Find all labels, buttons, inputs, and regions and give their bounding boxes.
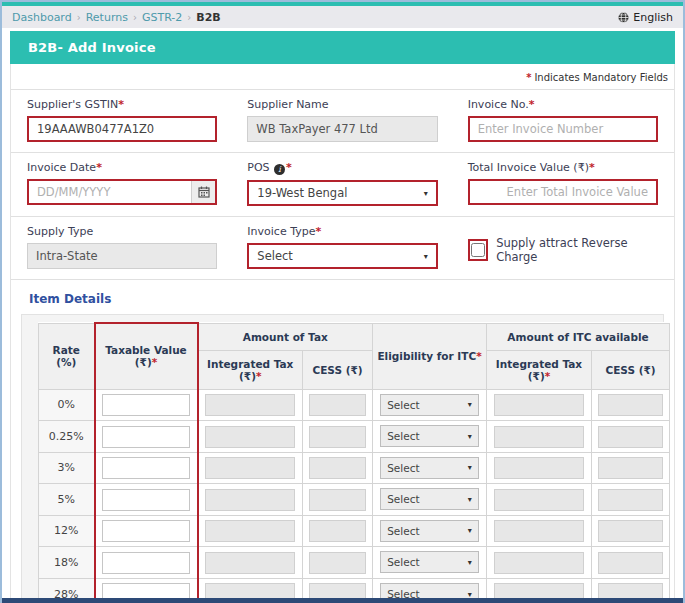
mandatory-dot-icon: *	[526, 72, 531, 83]
breadcrumb-separator: ›	[133, 12, 137, 23]
reverse-charge-label: Supply attract Reverse Charge	[496, 236, 658, 264]
integrated-tax-input	[205, 552, 295, 574]
total-invoice-value-input[interactable]	[470, 181, 656, 203]
rate-row-0: 0% Select▾	[39, 389, 670, 421]
invoice-date-label: Invoice Date*	[27, 161, 217, 174]
mandatory-note-row: *Indicates Mandatory Fields	[11, 64, 674, 89]
invoice-type-field-group: Invoice Type* Select ▾	[247, 223, 437, 269]
itc-cess-input	[598, 394, 663, 416]
itc-integrated-tax-input	[494, 552, 584, 574]
eligibility-select[interactable]: Select▾	[380, 457, 479, 479]
invoice-form: Supplier's GSTIN* Supplier Name WB TaxPa…	[11, 89, 674, 280]
supplier-gstin-field	[27, 116, 217, 142]
b2b-add-invoice-page: Dashboard › Returns › GSTR-2 › B2B Engli…	[0, 0, 685, 603]
rate-label: 5%	[39, 484, 95, 516]
cess-input	[309, 394, 366, 416]
invoice-date-field	[27, 179, 217, 205]
supplier-gstin-label: Supplier's GSTIN*	[27, 98, 217, 111]
language-selector[interactable]: English	[618, 11, 673, 24]
breadcrumb-returns[interactable]: Returns	[86, 11, 128, 24]
reverse-charge-checkbox[interactable]	[471, 243, 485, 257]
integrated-tax-input	[205, 457, 295, 479]
item-details-table: Rate (%) Taxable Value (₹)* Amount of Ta…	[38, 322, 670, 603]
eligibility-select[interactable]: Select▾	[380, 394, 479, 416]
eligibility-select[interactable]: Select▾	[380, 488, 479, 510]
bottom-bar	[2, 598, 683, 603]
item-details-panel: Rate (%) Taxable Value (₹)* Amount of Ta…	[21, 314, 664, 603]
invoice-no-input[interactable]	[470, 118, 656, 140]
taxable-value-input[interactable]	[102, 489, 189, 511]
rate-row-3: 5% Select▾	[39, 484, 670, 516]
page-title: B2B- Add Invoice	[28, 40, 156, 55]
breadcrumb-dashboard[interactable]: Dashboard	[12, 11, 72, 24]
form-row-1: Supplier's GSTIN* Supplier Name WB TaxPa…	[11, 90, 674, 153]
breadcrumb-separator: ›	[187, 12, 191, 23]
itc-cess-input	[598, 552, 663, 574]
col-header-itc-cess: CESS (₹)	[592, 350, 670, 389]
col-header-integrated-tax: Integrated Tax (₹)*	[198, 350, 303, 389]
col-header-cess: CESS (₹)	[303, 350, 373, 389]
pos-label: POS i*	[247, 161, 437, 175]
cess-input	[309, 457, 366, 479]
cess-input	[309, 426, 366, 448]
supplier-gstin-input[interactable]	[29, 118, 215, 140]
calendar-button[interactable]	[191, 181, 215, 203]
taxable-value-input[interactable]	[102, 552, 189, 574]
item-details-heading: Item Details	[29, 292, 674, 306]
rate-row-5: 18% Select▾	[39, 547, 670, 579]
taxable-value-input[interactable]	[102, 426, 189, 448]
dropdown-arrow-icon: ▾	[468, 400, 472, 409]
itc-integrated-tax-input	[494, 489, 584, 511]
integrated-tax-input	[205, 520, 295, 542]
itc-integrated-tax-input	[494, 394, 584, 416]
taxable-value-input[interactable]	[102, 394, 189, 416]
total-invoice-value-field	[468, 179, 658, 205]
integrated-tax-input	[205, 489, 295, 511]
itc-cess-input	[598, 520, 663, 542]
taxable-value-input[interactable]	[102, 457, 189, 479]
supplier-gstin-field-group: Supplier's GSTIN*	[27, 96, 217, 142]
form-panel: *Indicates Mandatory Fields Supplier's G…	[10, 64, 675, 603]
supply-type-field-group: Supply Type Intra-State	[27, 223, 217, 269]
dropdown-arrow-icon: ▾	[424, 252, 428, 261]
supplier-name-field-group: Supplier Name WB TaxPayer 477 Ltd	[247, 96, 437, 142]
page-banner: B2B- Add Invoice	[10, 31, 675, 64]
rate-label: 0%	[39, 389, 95, 421]
col-header-itc-available: Amount of ITC available	[487, 323, 670, 350]
itc-cess-input	[598, 457, 663, 479]
cess-input	[309, 489, 366, 511]
rate-row-4: 12% Select▾	[39, 515, 670, 547]
itc-cess-input	[598, 426, 663, 448]
invoice-no-field-group: Invoice No.*	[468, 96, 658, 142]
invoice-type-select[interactable]: Select ▾	[247, 243, 437, 269]
eligibility-select[interactable]: Select▾	[380, 425, 479, 447]
breadcrumb-gstr2[interactable]: GSTR-2	[142, 11, 182, 24]
supply-type-label: Supply Type	[27, 225, 217, 238]
reverse-charge-field-group: Supply attract Reverse Charge	[468, 223, 658, 269]
breadcrumb-separator: ›	[77, 12, 81, 23]
dropdown-arrow-icon: ▾	[468, 558, 472, 567]
integrated-tax-input	[205, 426, 295, 448]
dropdown-arrow-icon: ▾	[424, 189, 428, 198]
col-header-amount-of-tax: Amount of Tax	[198, 323, 373, 350]
pos-select[interactable]: 19-West Bengal ▾	[247, 180, 437, 206]
cess-input	[309, 520, 366, 542]
rate-label: 18%	[39, 547, 95, 579]
col-header-taxable-value: Taxable Value (₹)*	[95, 323, 198, 389]
eligibility-select[interactable]: Select▾	[380, 520, 479, 542]
supplier-name-label: Supplier Name	[247, 98, 437, 111]
calendar-icon	[198, 186, 210, 198]
rate-row-1: 0.25% Select▾	[39, 421, 670, 453]
eligibility-select[interactable]: Select▾	[380, 551, 479, 573]
taxable-value-input[interactable]	[102, 520, 189, 542]
dropdown-arrow-icon: ▾	[468, 495, 472, 504]
dropdown-arrow-icon: ▾	[468, 526, 472, 535]
dropdown-arrow-icon: ▾	[468, 463, 472, 472]
total-invoice-value-label: Total Invoice Value (₹)*	[468, 161, 658, 174]
invoice-date-input[interactable]	[29, 181, 191, 203]
itc-cess-input	[598, 489, 663, 511]
form-row-2: Invoice Date*	[11, 153, 674, 217]
invoice-type-label: Invoice Type*	[247, 225, 437, 238]
info-icon: i	[274, 164, 285, 175]
total-invoice-value-field-group: Total Invoice Value (₹)*	[468, 159, 658, 206]
